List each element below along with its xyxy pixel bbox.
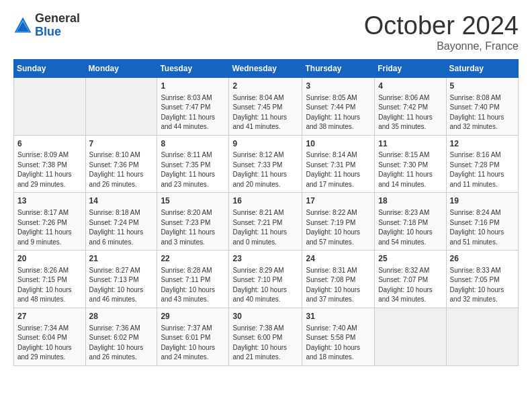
day-info: Sunrise: 8:20 AM Sunset: 7:23 PM Dayligh… — [161, 208, 225, 247]
calendar-cell: 27Sunrise: 7:34 AM Sunset: 6:04 PM Dayli… — [14, 308, 86, 365]
calendar-cell: 17Sunrise: 8:22 AM Sunset: 7:19 PM Dayli… — [302, 193, 375, 250]
day-number: 25 — [378, 253, 442, 265]
day-info: Sunrise: 8:23 AM Sunset: 7:18 PM Dayligh… — [378, 208, 442, 247]
day-number: 11 — [378, 138, 442, 150]
weekday-header: Wednesday — [229, 59, 302, 77]
calendar-week-row: 27Sunrise: 7:34 AM Sunset: 6:04 PM Dayli… — [14, 308, 519, 365]
day-number: 4 — [378, 81, 442, 92]
calendar-cell: 15Sunrise: 8:20 AM Sunset: 7:23 PM Dayli… — [157, 193, 229, 250]
day-info: Sunrise: 8:31 AM Sunset: 7:08 PM Dayligh… — [306, 266, 371, 305]
calendar-cell — [85, 77, 157, 135]
logo-text: GeneralBlue — [35, 12, 80, 39]
day-info: Sunrise: 8:22 AM Sunset: 7:19 PM Dayligh… — [306, 208, 371, 247]
day-number: 12 — [450, 138, 515, 150]
day-info: Sunrise: 8:29 AM Sunset: 7:10 PM Dayligh… — [232, 266, 298, 305]
weekday-header: Friday — [375, 59, 446, 77]
month-title: October 2024 — [364, 12, 519, 40]
day-number: 24 — [306, 253, 371, 265]
location: Bayonne, France — [364, 40, 519, 52]
day-info: Sunrise: 8:17 AM Sunset: 7:26 PM Dayligh… — [17, 208, 82, 247]
day-number: 8 — [161, 138, 225, 150]
day-info: Sunrise: 8:21 AM Sunset: 7:21 PM Dayligh… — [232, 208, 298, 247]
calendar-week-row: 1Sunrise: 8:03 AM Sunset: 7:47 PM Daylig… — [14, 77, 519, 135]
day-info: Sunrise: 7:37 AM Sunset: 6:01 PM Dayligh… — [161, 324, 225, 363]
weekday-header: Tuesday — [157, 59, 229, 77]
header: GeneralBlue October 2024 Bayonne, France — [13, 12, 519, 52]
calendar-cell: 25Sunrise: 8:32 AM Sunset: 7:07 PM Dayli… — [375, 250, 446, 308]
calendar-cell — [14, 77, 86, 135]
calendar-cell: 31Sunrise: 7:40 AM Sunset: 5:58 PM Dayli… — [302, 308, 375, 365]
day-info: Sunrise: 8:16 AM Sunset: 7:28 PM Dayligh… — [450, 150, 515, 189]
day-number: 10 — [306, 138, 371, 150]
day-info: Sunrise: 8:12 AM Sunset: 7:33 PM Dayligh… — [232, 150, 298, 189]
calendar-cell: 21Sunrise: 8:27 AM Sunset: 7:13 PM Dayli… — [85, 250, 157, 308]
day-number: 9 — [232, 138, 298, 150]
day-info: Sunrise: 8:06 AM Sunset: 7:42 PM Dayligh… — [378, 93, 442, 132]
day-info: Sunrise: 8:09 AM Sunset: 7:38 PM Dayligh… — [17, 150, 82, 189]
day-number: 7 — [89, 138, 154, 150]
calendar-cell: 14Sunrise: 8:18 AM Sunset: 7:24 PM Dayli… — [85, 193, 157, 250]
calendar-cell: 4Sunrise: 8:06 AM Sunset: 7:42 PM Daylig… — [375, 77, 446, 135]
day-info: Sunrise: 8:18 AM Sunset: 7:24 PM Dayligh… — [89, 208, 154, 247]
day-info: Sunrise: 8:33 AM Sunset: 7:05 PM Dayligh… — [450, 266, 515, 305]
calendar-cell — [375, 308, 446, 365]
calendar-cell: 8Sunrise: 8:11 AM Sunset: 7:35 PM Daylig… — [157, 135, 229, 193]
day-info: Sunrise: 8:11 AM Sunset: 7:35 PM Dayligh… — [161, 150, 225, 189]
calendar-cell: 12Sunrise: 8:16 AM Sunset: 7:28 PM Dayli… — [446, 135, 518, 193]
day-number: 14 — [89, 195, 154, 207]
calendar-table: SundayMondayTuesdayWednesdayThursdayFrid… — [13, 59, 519, 366]
day-number: 2 — [232, 81, 298, 92]
weekday-header: Thursday — [302, 59, 375, 77]
calendar-cell: 20Sunrise: 8:26 AM Sunset: 7:15 PM Dayli… — [14, 250, 86, 308]
day-number: 18 — [378, 195, 442, 207]
weekday-header: Monday — [85, 59, 157, 77]
day-info: Sunrise: 8:15 AM Sunset: 7:30 PM Dayligh… — [378, 150, 442, 189]
day-info: Sunrise: 8:27 AM Sunset: 7:13 PM Dayligh… — [89, 266, 154, 305]
day-number: 19 — [450, 195, 515, 207]
calendar-cell: 11Sunrise: 8:15 AM Sunset: 7:30 PM Dayli… — [375, 135, 446, 193]
calendar-cell: 13Sunrise: 8:17 AM Sunset: 7:26 PM Dayli… — [14, 193, 86, 250]
day-info: Sunrise: 7:38 AM Sunset: 6:00 PM Dayligh… — [232, 324, 298, 363]
day-info: Sunrise: 8:24 AM Sunset: 7:16 PM Dayligh… — [450, 208, 515, 247]
weekday-header: Saturday — [446, 59, 518, 77]
calendar-cell: 26Sunrise: 8:33 AM Sunset: 7:05 PM Dayli… — [446, 250, 518, 308]
calendar-week-row: 13Sunrise: 8:17 AM Sunset: 7:26 PM Dayli… — [14, 193, 519, 250]
calendar-cell: 22Sunrise: 8:28 AM Sunset: 7:11 PM Dayli… — [157, 250, 229, 308]
calendar-cell: 24Sunrise: 8:31 AM Sunset: 7:08 PM Dayli… — [302, 250, 375, 308]
day-number: 31 — [306, 311, 371, 322]
logo: GeneralBlue — [13, 12, 80, 39]
calendar-cell: 2Sunrise: 8:04 AM Sunset: 7:45 PM Daylig… — [229, 77, 302, 135]
day-number: 21 — [89, 253, 154, 265]
day-info: Sunrise: 8:32 AM Sunset: 7:07 PM Dayligh… — [378, 266, 442, 305]
day-info: Sunrise: 8:08 AM Sunset: 7:40 PM Dayligh… — [450, 93, 515, 132]
day-number: 6 — [17, 138, 82, 150]
day-number: 20 — [17, 253, 82, 265]
day-info: Sunrise: 7:40 AM Sunset: 5:58 PM Dayligh… — [306, 324, 371, 363]
day-number: 26 — [450, 253, 515, 265]
day-number: 30 — [232, 311, 298, 322]
day-info: Sunrise: 7:36 AM Sunset: 6:02 PM Dayligh… — [89, 324, 154, 363]
calendar-cell: 16Sunrise: 8:21 AM Sunset: 7:21 PM Dayli… — [229, 193, 302, 250]
day-number: 1 — [161, 81, 225, 92]
day-number: 29 — [161, 311, 225, 322]
calendar-cell: 28Sunrise: 7:36 AM Sunset: 6:02 PM Dayli… — [85, 308, 157, 365]
day-number: 15 — [161, 195, 225, 207]
day-info: Sunrise: 8:14 AM Sunset: 7:31 PM Dayligh… — [306, 150, 371, 189]
calendar-cell: 30Sunrise: 7:38 AM Sunset: 6:00 PM Dayli… — [229, 308, 302, 365]
calendar-week-row: 6Sunrise: 8:09 AM Sunset: 7:38 PM Daylig… — [14, 135, 519, 193]
calendar-cell: 9Sunrise: 8:12 AM Sunset: 7:33 PM Daylig… — [229, 135, 302, 193]
day-info: Sunrise: 8:05 AM Sunset: 7:44 PM Dayligh… — [306, 93, 371, 132]
calendar-cell: 10Sunrise: 8:14 AM Sunset: 7:31 PM Dayli… — [302, 135, 375, 193]
calendar-cell: 6Sunrise: 8:09 AM Sunset: 7:38 PM Daylig… — [14, 135, 86, 193]
calendar-cell: 23Sunrise: 8:29 AM Sunset: 7:10 PM Dayli… — [229, 250, 302, 308]
day-number: 23 — [232, 253, 298, 265]
day-number: 28 — [89, 311, 154, 322]
weekday-header: Sunday — [14, 59, 86, 77]
calendar-cell: 18Sunrise: 8:23 AM Sunset: 7:18 PM Dayli… — [375, 193, 446, 250]
calendar-cell: 1Sunrise: 8:03 AM Sunset: 7:47 PM Daylig… — [157, 77, 229, 135]
title-block: October 2024 Bayonne, France — [364, 12, 519, 52]
day-info: Sunrise: 7:34 AM Sunset: 6:04 PM Dayligh… — [17, 324, 82, 363]
day-info: Sunrise: 8:28 AM Sunset: 7:11 PM Dayligh… — [161, 266, 225, 305]
calendar-cell: 19Sunrise: 8:24 AM Sunset: 7:16 PM Dayli… — [446, 193, 518, 250]
calendar-cell: 7Sunrise: 8:10 AM Sunset: 7:36 PM Daylig… — [85, 135, 157, 193]
